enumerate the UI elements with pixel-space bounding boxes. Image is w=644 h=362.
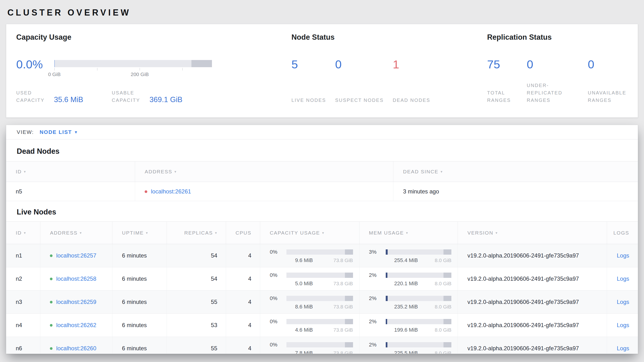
mem-total-value: 8.0 GiB (435, 327, 451, 333)
sort-icon: ▾ (24, 231, 26, 235)
mem-mini-bar (386, 273, 452, 278)
mem-usage-cell: 2% 199.6 MiB 8.0 GiB (359, 314, 458, 337)
logs-cell: Logs (607, 337, 638, 354)
mem-mini-bar (386, 249, 452, 255)
capacity-mini-bar (286, 319, 353, 324)
live-node-row: n3 localhost:26259 6 minutes 55 4 0% 8.6… (6, 290, 638, 314)
logs-link[interactable]: Logs (617, 252, 629, 259)
mem-mini-bar (386, 319, 452, 324)
logs-link[interactable]: Logs (617, 345, 629, 351)
tick-label: 0 GiB (48, 72, 61, 77)
column-header-uptime[interactable]: UPTIME▾ (112, 222, 167, 244)
mem-mini-bar (386, 296, 452, 301)
column-header-replicas[interactable]: REPLICAS▾ (166, 222, 226, 244)
version-cell: v19.2.0-alpha.20190606-2491-gfe735c9a97 (458, 337, 607, 354)
node-address-cell: localhost:26258 (40, 267, 112, 290)
node-status-title: Node Status (292, 33, 487, 42)
node-id-cell: n1 (6, 244, 40, 267)
used-capacity-value: 35.6 MiB (54, 96, 83, 104)
dead-column-header-address[interactable]: ADDRESS▾ (135, 161, 393, 182)
live-status-icon (50, 324, 52, 327)
capacity-total-value: 73.8 GiB (334, 350, 353, 354)
tick-mark (54, 68, 55, 71)
node-list-card: VIEW: NODE LIST ▾ Dead Nodes ID▾ ADDRESS… (6, 125, 638, 354)
logs-cell: Logs (607, 267, 638, 290)
mem-total-value: 8.0 GiB (435, 304, 451, 310)
cpus-cell: 4 (226, 244, 260, 267)
column-header-address[interactable]: ADDRESS▾ (40, 222, 112, 244)
page-title: CLUSTER OVERVIEW (8, 8, 636, 18)
capacity-percent-label: 0% (270, 249, 282, 255)
mem-total-value: 8.0 GiB (435, 258, 451, 263)
node-address-link[interactable]: localhost:26257 (56, 252, 96, 259)
cpus-cell: 4 (226, 290, 260, 314)
node-address-cell: localhost:26260 (40, 337, 112, 354)
logs-link[interactable]: Logs (617, 322, 629, 328)
capacity-bar-end-segment (192, 60, 212, 67)
column-header-id[interactable]: ID▾ (6, 222, 40, 244)
unavailable-ranges-count: 0 (588, 58, 628, 71)
node-id-cell: n2 (6, 267, 40, 290)
capacity-bar (54, 60, 212, 67)
dead-column-header-dead-since[interactable]: DEAD SINCE▾ (393, 161, 638, 182)
capacity-usage-cell: 0% 7.8 MiB 73.8 GiB (260, 337, 359, 354)
view-selector[interactable]: NODE LIST ▾ (40, 129, 78, 135)
live-node-row: n6 localhost:26260 6 minutes 55 4 0% 7.8… (6, 337, 638, 354)
live-node-row: n1 localhost:26257 6 minutes 54 4 0% 9.6… (6, 244, 638, 267)
sort-icon: ▾ (322, 231, 325, 235)
tick-mark (140, 68, 140, 71)
node-address-link[interactable]: localhost:26262 (56, 322, 96, 328)
live-status-icon (50, 301, 52, 303)
mem-used-value: 255.4 MiB (394, 257, 418, 264)
unavailable-ranges-stat: 0 UNAVAILABLE RANGES (588, 58, 628, 104)
replicas-cell: 53 (166, 314, 226, 337)
dead-node-row: n5 localhost:26261 3 minutes ago (6, 182, 638, 201)
logs-link[interactable]: Logs (617, 275, 629, 282)
capacity-used-value: 4.6 MiB (295, 327, 313, 333)
live-nodes-count: 5 (292, 58, 326, 71)
logs-link[interactable]: Logs (617, 299, 629, 305)
suspect-nodes-stat: 0 SUSPECT NODES (335, 58, 384, 104)
sort-icon: ▾ (146, 231, 148, 235)
node-address-link[interactable]: localhost:26261 (151, 188, 191, 195)
version-cell: v19.2.0-alpha.20190606-2491-gfe735c9a97 (458, 244, 607, 267)
live-node-row: n4 localhost:26262 6 minutes 53 4 0% 4.6… (6, 314, 638, 337)
logs-cell: Logs (607, 244, 638, 267)
sort-icon: ▾ (406, 231, 408, 235)
column-header-mem-usage[interactable]: MEM USAGE▾ (359, 222, 458, 244)
live-nodes-label: LIVE NODES (292, 97, 326, 104)
sort-icon: ▾ (174, 169, 177, 173)
view-label: VIEW: (17, 129, 34, 135)
cpus-cell: 4 (226, 314, 260, 337)
live-status-icon (50, 347, 52, 350)
cluster-summary-card: Capacity Usage 0.0% 0 GiB 200 GiB (6, 24, 638, 118)
node-address-link[interactable]: localhost:26260 (56, 345, 96, 351)
replication-status-section: Replication Status 75 TOTAL RANGES 0 UND… (487, 33, 628, 104)
capacity-mini-bar (286, 342, 353, 347)
column-header-version[interactable]: VERSION▾ (458, 222, 607, 244)
node-id-cell: n4 (6, 314, 40, 337)
tick-mark (182, 68, 182, 71)
capacity-percent-label: 0% (270, 272, 282, 278)
cpus-cell: 4 (226, 337, 260, 354)
cpus-cell: 4 (226, 267, 260, 290)
replicas-cell: 55 (166, 290, 226, 314)
node-status-section: Node Status 5 LIVE NODES 0 SUSPECT NODES… (292, 33, 487, 104)
replication-status-title: Replication Status (487, 33, 628, 42)
mem-percent-label: 2% (369, 295, 382, 301)
dead-status-icon (145, 190, 147, 193)
capacity-used-value: 9.6 MiB (295, 257, 313, 264)
capacity-total-value: 73.8 GiB (334, 258, 353, 263)
dead-nodes-stat: 1 DEAD NODES (393, 58, 430, 104)
column-header-capacity-usage[interactable]: CAPACITY USAGE▾ (260, 222, 359, 244)
dead-nodes-title: Dead Nodes (6, 139, 638, 161)
mem-used-value: 225.5 MiB (394, 350, 418, 354)
mem-total-value: 8.0 GiB (435, 281, 451, 286)
dead-column-header-id[interactable]: ID▾ (6, 161, 135, 182)
node-address-link[interactable]: localhost:26258 (56, 275, 96, 282)
capacity-percent-label: 0% (270, 342, 282, 348)
version-cell: v19.2.0-alpha.20190606-2491-gfe735c9a97 (458, 314, 607, 337)
tick-label: 200 GiB (130, 72, 149, 77)
node-address-link[interactable]: localhost:26259 (56, 299, 96, 305)
capacity-usage-cell: 0% 9.6 MiB 73.8 GiB (260, 244, 359, 267)
